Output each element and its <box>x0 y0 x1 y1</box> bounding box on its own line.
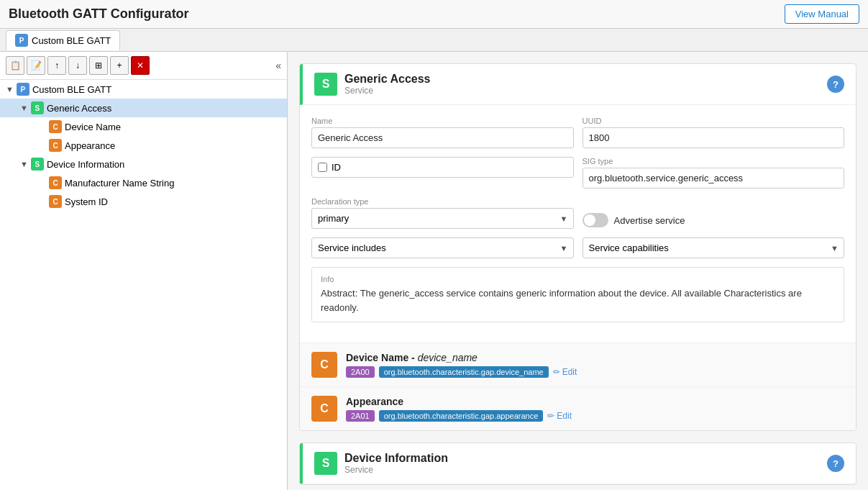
char-uuid-badge: 2A01 <box>346 410 375 422</box>
node-icon-s: S <box>31 101 44 114</box>
service-card-device-info: S Device Information Service ? <box>299 443 856 485</box>
form-group-sig: SIG type <box>583 157 845 189</box>
char-name-appearance: Appearance <box>346 396 844 407</box>
char-uuid-badge: 2A00 <box>346 366 375 378</box>
arrow-icon[interactable]: ▼ <box>6 85 14 94</box>
form-group-advertise: Advertise service <box>583 197 845 229</box>
char-info-appearance: Appearance 2A01 org.bluetooth.characteri… <box>346 396 844 422</box>
help-button-device-info[interactable]: ? <box>827 455 844 472</box>
advertise-toggle[interactable] <box>583 213 608 227</box>
tree-item-system-id[interactable]: C System ID <box>0 192 287 211</box>
node-icon-c: C <box>49 120 62 133</box>
toolbar-add-btn[interactable]: + <box>110 56 129 75</box>
advertise-toggle-row: Advertise service <box>583 212 845 229</box>
node-icon-p: P <box>17 83 29 96</box>
form-group-id: ID <box>311 157 574 189</box>
toolbar-up-btn[interactable]: ↑ <box>47 56 66 75</box>
form-group-service-includes: Service includes ▼ <box>311 237 574 258</box>
sig-type-label: SIG type <box>583 157 845 165</box>
uuid-input[interactable] <box>583 127 845 148</box>
toolbar-delete-btn[interactable]: ✕ <box>131 56 150 75</box>
tab-label: Custom BLE GATT <box>32 35 111 46</box>
sidebar-collapse-btn[interactable]: « <box>275 60 281 71</box>
declaration-select[interactable]: primary secondary <box>311 208 574 229</box>
tree-label: Device Name <box>65 122 121 132</box>
name-input[interactable] <box>311 127 574 148</box>
tree-label: Custom BLE GATT <box>32 84 111 95</box>
service-header-left: S Generic Access Service <box>314 73 430 96</box>
toolbar-down-btn[interactable]: ↓ <box>68 56 87 75</box>
char-item-appearance: C Appearance 2A01 org.bluetooth.characte… <box>300 386 856 430</box>
node-icon-c: C <box>49 195 62 208</box>
tree-item-custom-ble-gatt[interactable]: ▼ P Custom BLE GATT <box>0 80 287 99</box>
service-capabilities-wrapper: Service capabilities ▼ <box>583 237 845 258</box>
sig-type-input[interactable] <box>583 168 845 189</box>
tree-item-device-information[interactable]: ▼ S Device Information <box>0 155 287 173</box>
arrow-icon[interactable]: ▼ <box>20 104 28 112</box>
char-sig-badge: org.bluetooth.characteristic.gap.device_… <box>379 366 549 378</box>
node-icon-c: C <box>49 139 62 152</box>
char-name-device-name: Device Name - device_name <box>346 352 844 363</box>
service-card-generic-access: S Generic Access Service ? Name UU <box>299 63 856 431</box>
tree-label: Manufacturer Name String <box>65 178 174 189</box>
tree-item-generic-access[interactable]: ▼ S Generic Access <box>0 99 287 117</box>
toggle-slider <box>583 213 608 227</box>
service-subtitle: Service <box>344 86 430 96</box>
tab-custom-ble-gatt[interactable]: P Custom BLE GATT <box>6 30 120 50</box>
id-checkbox-row: ID <box>311 157 574 178</box>
char-icon-c: C <box>311 396 337 422</box>
form-row-id-sig: ID SIG type <box>311 157 844 189</box>
toolbar-wrap-btn[interactable]: ⊞ <box>89 56 108 75</box>
id-checkbox[interactable] <box>318 163 327 172</box>
sidebar-toolbar: 📋 📝 ↑ ↓ ⊞ + ✕ « <box>0 52 287 80</box>
service-title: Generic Access <box>344 73 430 86</box>
form-row-name-uuid: Name UUID <box>311 117 844 148</box>
name-label: Name <box>311 117 574 125</box>
info-text: Abstract: The generic_access service con… <box>321 286 835 314</box>
sidebar: 📋 📝 ↑ ↓ ⊞ + ✕ « ▼ P Custom BLE GATT ▼ S … <box>0 52 288 490</box>
service-title-group-device-info: Device Information Service <box>344 452 448 475</box>
tree: ▼ P Custom BLE GATT ▼ S Generic Access C… <box>0 80 287 211</box>
form-row-declaration-advertise: Declaration type primary secondary ▼ <box>311 197 844 229</box>
pencil-icon: ✏ <box>553 367 560 377</box>
node-icon-c: C <box>49 176 62 189</box>
char-edit-link[interactable]: ✏ Edit <box>547 411 572 421</box>
service-body: Name UUID ID <box>300 105 856 342</box>
service-title-device-info: Device Information <box>344 452 448 465</box>
service-icon-s: S <box>314 452 337 475</box>
char-sig-badge: org.bluetooth.characteristic.gap.appeara… <box>379 410 544 422</box>
tree-item-device-name[interactable]: C Device Name <box>0 117 287 136</box>
service-subtitle-device-info: Service <box>344 465 448 475</box>
content-area: S Generic Access Service ? Name UU <box>288 52 868 490</box>
app-title: Bluetooth GATT Configurator <box>9 6 189 22</box>
service-capabilities-select[interactable]: Service capabilities <box>583 237 845 258</box>
node-icon-s: S <box>31 158 44 171</box>
view-manual-button[interactable]: View Manual <box>785 4 859 24</box>
service-header-left-device-info: S Device Information Service <box>314 452 448 475</box>
char-icon-c: C <box>311 352 337 378</box>
help-button[interactable]: ? <box>827 76 844 93</box>
form-group-uuid: UUID <box>583 117 845 148</box>
info-label: Info <box>321 275 835 283</box>
top-bar: Bluetooth GATT Configurator View Manual <box>0 0 868 29</box>
service-title-group: Generic Access Service <box>344 73 430 96</box>
form-group-service-capabilities: Service capabilities ▼ <box>583 237 845 258</box>
char-item-device-name: C Device Name - device_name 2A00 org.blu… <box>300 342 856 386</box>
tab-icon-p: P <box>15 34 28 47</box>
toolbar-copy-btn[interactable]: 📋 <box>6 56 24 75</box>
service-header: S Generic Access Service ? <box>300 64 856 105</box>
service-header-device-info: S Device Information Service ? <box>300 443 856 484</box>
tree-label: System ID <box>65 196 108 207</box>
service-icon-s: S <box>314 73 337 96</box>
tree-item-manufacturer-name[interactable]: C Manufacturer Name String <box>0 173 287 192</box>
tab-bar: P Custom BLE GATT <box>0 29 868 52</box>
service-includes-select[interactable]: Service includes <box>311 237 574 258</box>
char-edit-link[interactable]: ✏ Edit <box>553 367 577 377</box>
arrow-icon[interactable]: ▼ <box>20 160 28 168</box>
toolbar-paste-btn[interactable]: 📝 <box>27 56 45 75</box>
char-tags-device-name: 2A00 org.bluetooth.characteristic.gap.de… <box>346 366 844 378</box>
tree-item-appearance[interactable]: C Appearance <box>0 136 287 155</box>
form-row-includes-capabilities: Service includes ▼ Service capabilities … <box>311 237 844 258</box>
id-label: ID <box>332 162 341 173</box>
char-info-device-name: Device Name - device_name 2A00 org.bluet… <box>346 352 844 378</box>
